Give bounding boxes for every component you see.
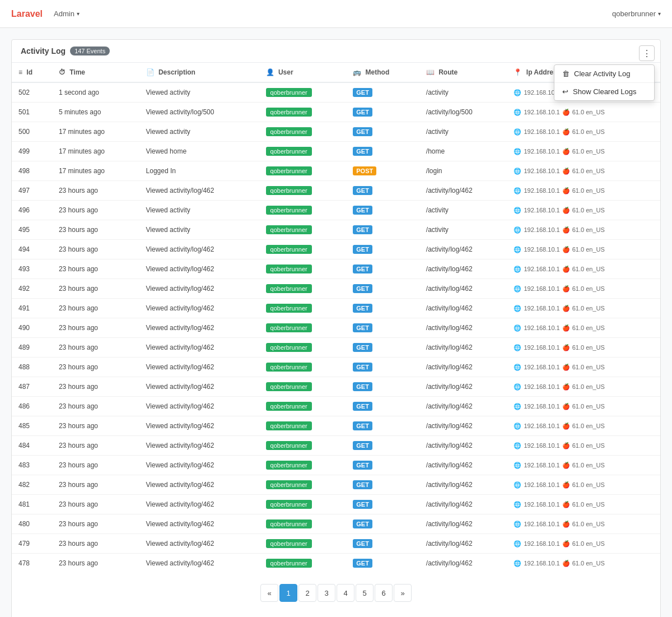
cell-time: 23 hours ago: [52, 299, 139, 318]
cell-method: GET: [346, 318, 419, 338]
cell-method: GET: [346, 122, 419, 142]
cell-user: qoberbrunner: [259, 318, 347, 338]
os-icon: 🍎: [562, 187, 570, 194]
ip-value: 192.168.10.1: [524, 521, 559, 527]
cell-route: /activity/log/462: [419, 358, 507, 377]
page-4-button[interactable]: 4: [337, 584, 354, 602]
cell-description: Viewed home: [139, 142, 259, 161]
table-row: 492 23 hours ago Viewed activity/log/462…: [12, 279, 660, 299]
cell-time: 23 hours ago: [52, 436, 139, 456]
cell-method: GET: [346, 358, 419, 377]
ip-value: 192.168.10.1: [524, 383, 559, 390]
table-row: 486 23 hours ago Viewed activity/log/462…: [12, 397, 660, 416]
cell-ip: 🌐 192.168.10.1 🍎 61.0 en_US: [507, 534, 660, 554]
agent-value: 61.0 en_US: [572, 148, 605, 155]
agent-value: 61.0 en_US: [572, 403, 605, 410]
agent-value: 61.0 en_US: [572, 187, 605, 194]
cell-id: 495: [12, 220, 52, 240]
page-2-button[interactable]: 2: [298, 584, 316, 602]
navbar-user-menu[interactable]: qoberbrunner ▾: [612, 10, 661, 18]
cell-user: qoberbrunner: [259, 220, 347, 240]
agent-value: 61.0 en_US: [572, 540, 605, 547]
page-6-button[interactable]: 6: [375, 584, 393, 602]
cell-description: Viewed activity/log/462: [139, 358, 259, 377]
user-badge: qoberbrunner: [266, 108, 312, 117]
cell-route: /activity/log/462: [419, 181, 507, 201]
agent-value: 61.0 en_US: [572, 109, 605, 115]
cell-description: Viewed activity/log/462: [139, 377, 259, 397]
cell-method: GET: [346, 397, 419, 416]
cell-ip: 🌐 192.168.10.1 🍎 61.0 en_US: [507, 456, 660, 475]
agent-value: 61.0 en_US: [572, 324, 605, 331]
globe-icon: 🌐: [514, 266, 521, 273]
page-5-button[interactable]: 5: [356, 584, 374, 602]
user-badge: qoberbrunner: [266, 323, 312, 332]
cell-ip: 🌐 192.168.10.1 🍎 61.0 en_US: [507, 161, 660, 181]
cell-ip: 🌐 192.168.10.1 🍎 61.0 en_US: [507, 240, 660, 259]
agent-info: 🌐 192.168.10.1 🍎 61.0 en_US: [514, 462, 654, 469]
globe-icon: 🌐: [514, 501, 521, 508]
show-cleared-logs-item[interactable]: ↩ Show Cleared Logs: [554, 83, 654, 100]
page-prev-button[interactable]: «: [260, 584, 278, 602]
agent-info: 🌐 192.168.10.1 🍎 61.0 en_US: [514, 364, 654, 371]
clear-activity-log-item[interactable]: 🗑 Clear Activity Log: [554, 65, 654, 83]
table-wrapper: ≡ Id ⏱ Time 📄 Description 👤 User 🚌 Metho…: [12, 63, 660, 573]
cell-ip: 🌐 192.168.10.1 🍎 61.0 en_US: [507, 220, 660, 240]
agent-value: 61.0 en_US: [572, 266, 605, 272]
cell-time: 1 second ago: [52, 82, 139, 103]
table-row: 500 17 minutes ago Viewed activity qober…: [12, 122, 660, 142]
agent-value: 61.0 en_US: [572, 501, 605, 508]
globe-icon: 🌐: [514, 246, 521, 253]
cell-description: Viewed activity/log/462: [139, 436, 259, 456]
table-row: 488 23 hours ago Viewed activity/log/462…: [12, 358, 660, 377]
cell-time: 23 hours ago: [52, 259, 139, 279]
agent-value: 61.0 en_US: [572, 207, 605, 214]
ip-value: 192.168.10.1: [524, 187, 559, 194]
cell-id: 478: [12, 554, 52, 573]
cell-id: 501: [12, 103, 52, 122]
os-icon: 🍎: [562, 364, 570, 371]
agent-value: 61.0 en_US: [572, 521, 605, 527]
ip-value: 192.168.10.1: [524, 128, 559, 135]
user-badge: qoberbrunner: [266, 480, 312, 489]
os-icon: 🍎: [562, 168, 570, 175]
cell-user: qoberbrunner: [259, 534, 347, 554]
agent-info: 🌐 192.168.10.1 🍎 61.0 en_US: [514, 481, 654, 489]
method-badge: GET: [353, 480, 372, 489]
table-row: 489 23 hours ago Viewed activity/log/462…: [12, 338, 660, 358]
agent-info: 🌐 192.168.10.1 🍎 61.0 en_US: [514, 423, 654, 430]
cell-description: Viewed activity/log/462: [139, 299, 259, 318]
agent-value: 61.0 en_US: [572, 128, 605, 135]
cell-method: GET: [346, 534, 419, 554]
cell-time: 23 hours ago: [52, 397, 139, 416]
page-next-button[interactable]: »: [394, 584, 412, 602]
cell-ip: 🌐 192.168.10.1 🍎 61.0 en_US: [507, 436, 660, 456]
col-id: ≡ Id: [12, 63, 52, 82]
card-menu-button[interactable]: ⋮: [639, 45, 655, 61]
agent-info: 🌐 192.168.10.1 🍎 61.0 en_US: [514, 403, 654, 410]
cell-ip: 🌐 192.168.10.1 🍎 61.0 en_US: [507, 181, 660, 201]
cell-ip: 🌐 192.168.10.1 🍎 61.0 en_US: [507, 201, 660, 220]
table-row: 484 23 hours ago Viewed activity/log/462…: [12, 436, 660, 456]
agent-value: 61.0 en_US: [572, 246, 605, 253]
cell-route: /activity/log/462: [419, 416, 507, 436]
os-icon: 🍎: [562, 344, 570, 351]
cell-time: 23 hours ago: [52, 495, 139, 514]
cell-user: qoberbrunner: [259, 377, 347, 397]
page-3-button[interactable]: 3: [318, 584, 335, 602]
os-icon: 🍎: [562, 128, 570, 136]
agent-info: 🌐 192.168.10.1 🍎 61.0 en_US: [514, 324, 654, 332]
page-1-button[interactable]: 1: [279, 584, 297, 602]
os-icon: 🍎: [562, 266, 570, 273]
navbar-admin-menu[interactable]: Admin ▾: [54, 10, 80, 18]
cell-id: 500: [12, 122, 52, 142]
cell-id: 492: [12, 279, 52, 299]
cell-method: GET: [346, 82, 419, 103]
cell-description: Viewed activity/log/462: [139, 554, 259, 573]
cell-ip: 🌐 192.168.10.1 🍎 61.0 en_US: [507, 279, 660, 299]
cell-id: 498: [12, 161, 52, 181]
pagination: « 1 2 3 4 5 6 »: [260, 584, 412, 602]
trash-icon: 🗑: [562, 69, 570, 78]
method-badge: GET: [353, 382, 372, 391]
cell-route: /activity/log/462: [419, 495, 507, 514]
